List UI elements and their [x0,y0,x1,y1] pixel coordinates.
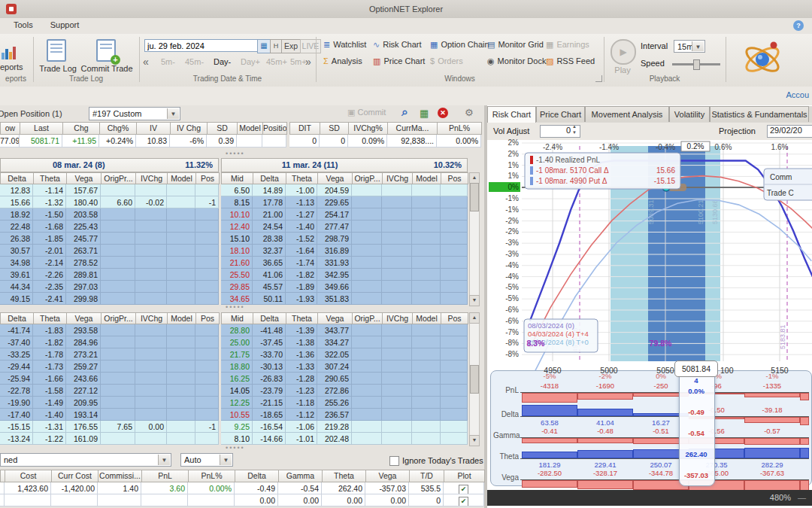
chain2-left-header-Vega[interactable]: Vega [66,312,102,324]
summary-header-Vega[interactable]: Vega [365,470,410,482]
chain2-left-header-Theta[interactable]: Theta [33,312,67,324]
ribbon-button-rss-feed[interactable]: ▨RSS Feed [546,56,595,68]
title-bar[interactable]: OptionNET Explorer [0,0,812,19]
nav-button-Day+[interactable]: Day+ [241,57,260,66]
chain2-left-header-Pos[interactable]: Pos [195,312,220,324]
ribbon-button-analysis[interactable]: ΣAnalysis [323,56,362,68]
positions-header-Chg%[interactable]: Chg% [99,122,137,135]
positions-header-IV Chg[interactable]: IV Chg [170,122,208,135]
positions-header-Model[interactable]: Model [237,122,263,135]
positions-header-ow[interactable]: ow [0,122,20,135]
commit-button[interactable]: ▣ Commit [347,108,392,117]
menu-support[interactable]: Support [43,18,87,32]
summary-header-Commissi...[interactable]: Commissi... [98,470,142,482]
search-icon[interactable]: ⌕ [401,105,408,119]
chain1-left-header-OrigPr...[interactable]: OrigPr... [101,172,136,184]
reports-button[interactable]: eports [0,62,23,71]
chain2-left-header-Model[interactable]: Model [167,312,196,324]
tab-price-chart[interactable]: Price Chart [536,106,585,122]
chain2-scrollbar-up-icon[interactable]: ▲ [469,312,480,324]
positions-header-Chg[interactable]: Chg [62,122,100,135]
spinner-down-icon[interactable]: ▼ [572,130,577,135]
chain1-scrollbar-up-icon[interactable]: ▲ [469,172,480,184]
speed-slider-thumb[interactable] [693,59,700,70]
positions2-header-IVChg%[interactable]: IVChg% [348,122,388,135]
chain1-right-expiry-title[interactable]: 11 mar. 24 (11) [221,160,398,169]
chain1-left-header-Delta[interactable]: Delta [0,172,34,184]
strategy-select[interactable]: ned▼ [0,453,171,467]
summary-header-Cost[interactable]: Cost [5,470,52,482]
trading-date-input[interactable] [144,39,259,52]
chain2-right-header-OrigP...[interactable]: OrigP... [352,312,383,324]
nav-button-Day-[interactable]: Day- [214,57,231,66]
chain2-right-header-Model[interactable]: Model [412,312,441,324]
chain1-right-header-Vega[interactable]: Vega [317,172,353,184]
positions2-header-DIT[interactable]: DIT [289,122,320,135]
interval-select[interactable]: 15m▼ [674,40,705,53]
commit-trade-button[interactable]: Commit Trade [78,64,135,73]
chain2-right-header-Delta[interactable]: Delta [253,312,286,324]
exp-button[interactable]: Exp [281,39,301,53]
risk-chart-svg[interactable]: 5039.315100.215130.664974.085183.81-2.4%… [487,140,812,378]
chain2-scrollbar-thumb[interactable] [470,365,479,394]
chain1-right-header-Delta[interactable]: Delta [253,172,286,184]
nav-button-5m+[interactable]: 5m+ [290,57,307,66]
chain1-right-header-OrigP...[interactable]: OrigP... [352,172,383,184]
chain2-scrollbar-down-icon[interactable]: ▼ [469,435,480,446]
nav-button-45m+[interactable]: 45m+ [266,57,287,66]
plot-checkbox[interactable]: ✔ [459,485,468,494]
tab-risk-chart[interactable]: Risk Chart [487,106,536,123]
positions2-header-CurrMa...[interactable]: CurrMa... [387,122,438,135]
menu-tools[interactable]: Tools [6,18,41,32]
chain1-left-header-IVChg[interactable]: IVChg [135,172,168,184]
chain2-right-header-IVChg[interactable]: IVChg [382,312,413,324]
chain2-right-header-Mid[interactable]: Mid [221,312,253,324]
summary-header-T/D[interactable]: T/D [409,470,444,482]
positions2-header-SD[interactable]: SD [320,122,349,135]
projection-date-input[interactable]: 29/02/20 [767,125,812,138]
positions-header-Last[interactable]: Last [20,122,63,135]
chain1-right-header-Theta[interactable]: Theta [286,172,318,184]
export-excel-icon[interactable]: ▦ [420,108,429,119]
play-button[interactable]: ▶ [611,39,636,65]
reports-icon[interactable] [2,41,21,59]
ribbon-button-monitor-grid[interactable]: ▤Monitor Grid [487,40,544,52]
ignore-trades-checkbox[interactable] [389,455,399,466]
positions-header-IV[interactable]: IV [136,122,171,135]
goto-time-button[interactable]: H [270,39,282,53]
gear-icon[interactable]: ⚙ [465,107,474,118]
summary-header-Theta[interactable]: Theta [322,470,366,482]
ribbon-button-price-chart[interactable]: ▥Price Chart [373,56,425,68]
spinner-up-icon[interactable]: ▲ [572,124,577,129]
ribbon-button-monitor-dock[interactable]: ◉Monitor Dock [487,56,546,68]
chain1-right-header-IVChg[interactable]: IVChg [382,172,413,184]
help-icon[interactable]: ? [793,20,804,31]
chain1-left-header-Pos[interactable]: Pos [195,172,220,184]
summary-header-PnL%[interactable]: PnL% [188,470,235,482]
summary-header-Curr Cost[interactable]: Curr Cost [51,470,98,482]
chain1-left-header-Vega[interactable]: Vega [66,172,102,184]
splitter-handle[interactable]: ••••• [226,444,245,452]
chain1-right-header-Pos[interactable]: Pos [441,172,468,184]
chain1-right-header-Model[interactable]: Model [412,172,441,184]
chain1-scrollbar-thumb[interactable] [470,183,479,211]
tab-statistics-fundamentals[interactable]: Statistics & Fundamentals [710,106,809,122]
chain1-right-header-Mid[interactable]: Mid [221,172,253,184]
nav-button-5m-[interactable]: 5m- [161,57,175,66]
chain2-left-header-OrigPr...[interactable]: OrigPr... [101,312,136,324]
zoom-slider-icon[interactable]: — [798,490,806,506]
chain2-left-header-IVChg[interactable]: IVChg [135,312,168,324]
splitter-handle[interactable]: ••••• [226,150,245,157]
summary-header-Gamma[interactable]: Gamma [278,470,323,482]
ribbon-button-watchlist[interactable]: ≣Watchlist [323,40,366,52]
summary-header-Plot[interactable]: Plot [444,470,485,482]
ribbon-button-orders[interactable]: $Orders [430,56,463,68]
trade-log-button[interactable]: Trade Log [36,64,80,73]
ribbon-button-option-chain[interactable]: ▦Option Chain [430,40,489,52]
close-position-icon[interactable]: ✕ [438,108,448,118]
chain1-left-header-Theta[interactable]: Theta [33,172,67,184]
position-select[interactable]: #197 Custom▼ [89,107,180,120]
summary-header-PnL[interactable]: PnL [141,470,189,482]
ribbon-button-earnings[interactable]: ▦Earnings [546,40,589,52]
summary-header-Delta[interactable]: Delta [235,470,279,482]
